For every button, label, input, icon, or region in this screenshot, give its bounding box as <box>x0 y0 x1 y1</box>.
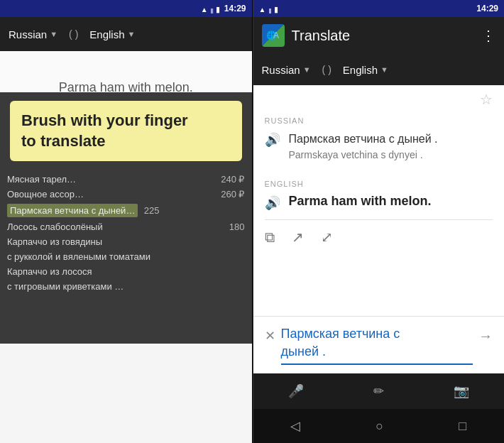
right-recent-button[interactable]: □ <box>459 419 466 434</box>
right-home-button[interactable]: ○ <box>376 419 383 434</box>
right-target-result-row: 🔊 Parma ham with melon. <box>253 191 505 219</box>
signal-icon <box>211 2 213 15</box>
right-camera-icon[interactable]: 📷 <box>454 383 469 399</box>
menu-item-6: Карпаччо из лосося <box>7 266 245 277</box>
copy-icon[interactable]: ⧉ <box>265 229 275 246</box>
right-source-main-text: Пармская ветчина с дыней . <box>289 131 438 148</box>
menu-item-4: Лосось слабосолёный 180 <box>7 222 245 232</box>
left-status-bar: 14:29 <box>0 0 252 17</box>
right-submit-button[interactable]: → <box>478 328 493 344</box>
right-source-transliterated-text: Parmskaya vetchina s dynyei . <box>289 148 438 163</box>
left-status-icons <box>201 2 220 15</box>
menu-item-5b: с рукколой и вялеными томатами <box>7 251 245 262</box>
right-target-lang-arrow: ▼ <box>380 65 388 74</box>
left-brush-overlay: Brush with your finger to translate Мясн… <box>0 92 252 344</box>
right-result-section: ☆ RUSSIAN 🔊 Пармская ветчина с дыней . P… <box>253 85 505 316</box>
left-panel: 14:29 Russian ▼ ( ) English ▼ Parma ham … <box>0 0 252 443</box>
menu-item-4-price: 180 <box>224 222 245 232</box>
menu-item-5-name: Карпаччо из говядины <box>7 236 245 247</box>
left-swap-button[interactable]: ( ) <box>63 28 84 40</box>
left-target-lang-selector[interactable]: English ▼ <box>89 28 135 40</box>
left-time: 14:29 <box>224 4 246 13</box>
right-mic-icon[interactable]: 🎤 <box>288 383 304 399</box>
share-icon[interactable]: ↗ <box>292 229 304 246</box>
right-back-button[interactable]: ◁ <box>290 418 300 434</box>
right-source-lang-header: RUSSIAN <box>253 108 505 128</box>
right-lang-bar: Russian ▼ ( ) English ▼ <box>253 54 505 85</box>
menu-item-2-price: 260 ₽ <box>221 189 244 199</box>
menu-item-2: Овощное ассор… 260 ₽ <box>7 189 245 199</box>
left-lang-bar: Russian ▼ ( ) English ▼ <box>0 17 252 51</box>
right-input-text[interactable]: Пармская ветчина с дыней . <box>281 325 473 365</box>
menu-item-3: Пармская ветчина с дыней… 225 <box>7 204 245 217</box>
left-source-lang-arrow: ▼ <box>50 30 57 38</box>
right-swap-button[interactable]: ( ) <box>317 64 337 75</box>
right-target-main-text: Parma ham with melon. <box>289 194 432 209</box>
right-input-section: ✕ Пармская ветчина с дыней . → <box>253 316 505 373</box>
menu-item-3-name-highlighted: Пармская ветчина с дыней… <box>7 204 138 217</box>
right-source-result-row: 🔊 Пармская ветчина с дыней . Parmskaya v… <box>253 128 505 171</box>
right-app-bar: 🌐 A Translate ⋮ <box>253 17 505 54</box>
right-bottom-toolbar: 🎤 ✏ 📷 <box>253 373 505 409</box>
left-tooltip-line1: Brush with your finger <box>21 111 188 129</box>
right-target-lang-selector[interactable]: English ▼ <box>343 64 388 76</box>
battery-icon <box>216 2 220 15</box>
right-nav-bar: ◁ ○ □ <box>253 409 505 443</box>
menu-item-6b-name: с тигровыми криветками … <box>7 281 245 292</box>
left-target-lang-arrow: ▼ <box>128 30 136 38</box>
right-input-line1: Пармская ветчина с <box>281 327 400 341</box>
more-options-button[interactable]: ⋮ <box>481 27 495 44</box>
right-target-lang-label: English <box>343 64 378 76</box>
menu-item-4-name: Лосось слабосолёный <box>7 222 224 232</box>
left-target-lang-label: English <box>89 28 124 40</box>
right-target-lang-header: ENGLISH <box>253 171 505 191</box>
right-close-button[interactable]: ✕ <box>265 328 275 344</box>
right-target-text-block: Parma ham with melon. <box>289 194 432 209</box>
expand-icon[interactable]: ⤢ <box>321 229 333 246</box>
right-panel: 14:29 🌐 A Translate ⋮ Russian ▼ ( ) Engl… <box>253 0 505 443</box>
right-status-icons <box>259 2 278 15</box>
app-title: Translate <box>292 28 475 44</box>
menu-item-3-price: 225 <box>138 205 159 216</box>
right-battery-icon <box>274 2 278 15</box>
right-pencil-icon[interactable]: ✏ <box>373 383 384 399</box>
right-status-bar: 14:29 <box>253 0 505 17</box>
left-tooltip-line2: to translate <box>21 132 106 150</box>
right-target-sound-icon[interactable]: 🔊 <box>265 195 280 211</box>
menu-item-5b-name: с рукколой и вялеными томатами <box>7 251 245 262</box>
left-tooltip-bubble: Brush with your finger to translate <box>10 101 242 161</box>
right-source-lang-label: Russian <box>262 64 300 76</box>
right-action-bar: ⧉ ↗ ⤢ <box>253 220 505 254</box>
right-input-line2: дыней . <box>281 344 326 359</box>
menu-item-6-name: Карпаччо из лосося <box>7 266 245 277</box>
translate-app-icon: 🌐 A <box>262 24 285 47</box>
right-time: 14:29 <box>476 4 498 13</box>
right-source-sound-icon[interactable]: 🔊 <box>265 132 280 148</box>
menu-item-2-name: Овощное ассор… <box>7 189 221 199</box>
menu-item-5: Карпаччо из говядины <box>7 236 245 247</box>
menu-item-1-name: Мясная тарел… <box>7 174 221 185</box>
left-source-lang-label: Russian <box>9 28 47 40</box>
left-source-lang-selector[interactable]: Russian ▼ <box>9 28 57 40</box>
right-source-text-block: Пармская ветчина с дыней . Parmskaya vet… <box>289 131 438 163</box>
right-signal-icon <box>268 2 270 15</box>
menu-item-1-price: 240 ₽ <box>221 174 244 185</box>
menu-item-6b: с тигровыми криветками … <box>7 281 245 292</box>
right-wifi-icon <box>259 2 266 15</box>
right-source-lang-arrow: ▼ <box>303 65 311 74</box>
menu-item-1: Мясная тарел… 240 ₽ <box>7 174 245 185</box>
favorite-icon[interactable]: ☆ <box>480 91 493 108</box>
right-source-lang-selector[interactable]: Russian ▼ <box>262 64 311 76</box>
svg-text:A: A <box>273 31 279 40</box>
left-menu-image: Мясная тарел… 240 ₽ Овощное ассор… 260 ₽… <box>0 168 252 344</box>
wifi-icon <box>201 2 208 15</box>
